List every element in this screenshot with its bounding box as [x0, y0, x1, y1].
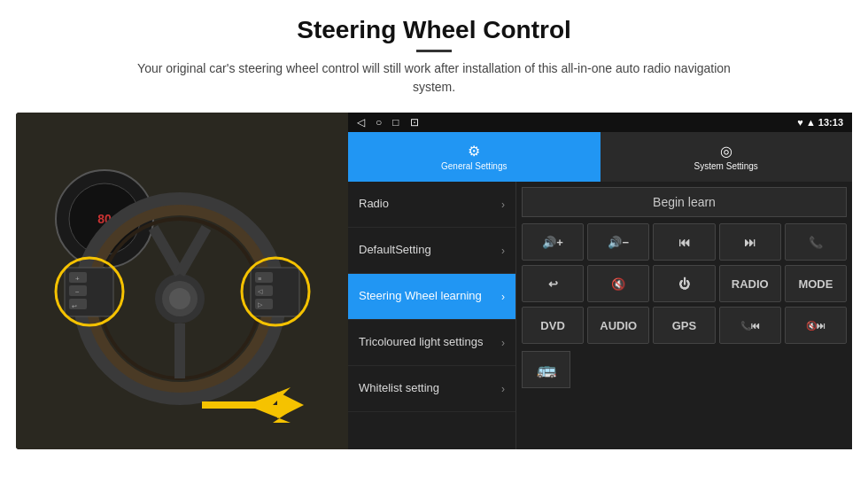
- control-grid-row3: DVD AUDIO GPS 📞⏮ 🔇⏭: [522, 307, 847, 344]
- control-grid-row2: ↩ 🔇 ⏻ RADIO MODE: [522, 265, 847, 302]
- next-icon: ⏭: [744, 236, 756, 249]
- gear-icon: ⚙: [468, 143, 480, 160]
- menu-item-defaultsetting[interactable]: DefaultSetting ›: [348, 228, 515, 274]
- btn-dvd[interactable]: DVD: [522, 307, 584, 344]
- btn-mode[interactable]: MODE: [785, 265, 847, 302]
- audio-label: AUDIO: [600, 319, 637, 332]
- btn-prev-track[interactable]: ⏮: [653, 223, 715, 261]
- status-icons-right: ♥ ▲: [797, 117, 818, 128]
- menu-steering-label: Steering Wheel learning: [359, 289, 482, 304]
- control-grid-row1: 🔊+ 🔊− ⏮ ⏭ 📞: [522, 223, 847, 261]
- settings-tabs: ⚙ General Settings ◎ System Settings: [348, 132, 852, 182]
- last-row: 🚌: [522, 348, 847, 391]
- menu-item-steering-wheel[interactable]: Steering Wheel learning ›: [348, 274, 515, 320]
- back-call-icon: ↩: [548, 277, 558, 291]
- svg-point-9: [169, 288, 190, 309]
- clock: 13:13: [818, 117, 843, 128]
- system-icon: ◎: [720, 143, 732, 160]
- menu-whitelist-label: Whitelist setting: [359, 381, 439, 396]
- svg-text:≡: ≡: [258, 276, 261, 282]
- radio-label: RADIO: [732, 277, 769, 291]
- begin-learn-row: Begin learn: [522, 187, 847, 217]
- nav-icon: 🚌: [537, 360, 556, 379]
- btn-power[interactable]: ⏻: [653, 265, 715, 302]
- gps-label: GPS: [672, 319, 696, 332]
- svg-text:+: +: [75, 275, 80, 283]
- power-icon: ⏻: [678, 277, 690, 291]
- main-content: 80 + − ↩: [16, 113, 852, 449]
- menu-radio-label: Radio: [359, 197, 389, 212]
- chevron-icon-radio: ›: [501, 199, 505, 211]
- tab-general-label: General Settings: [441, 161, 508, 171]
- btn-mute[interactable]: 🔇: [587, 265, 649, 302]
- menu-default-label: DefaultSetting: [359, 243, 431, 258]
- menu-item-radio[interactable]: Radio ›: [348, 182, 515, 228]
- chevron-icon-whitelist: ›: [501, 383, 505, 395]
- btn-vol-up[interactable]: 🔊+: [522, 223, 584, 261]
- svg-text:↩: ↩: [72, 303, 77, 309]
- btn-radio[interactable]: RADIO: [719, 265, 781, 302]
- home-icon[interactable]: ○: [376, 116, 382, 129]
- mode-label: MODE: [798, 277, 833, 291]
- prev-icon: ⏮: [678, 236, 690, 249]
- vol-down-icon: 🔊−: [608, 236, 629, 249]
- menu-item-tricoloured[interactable]: Tricoloured light settings ›: [348, 320, 515, 366]
- android-display: ◁ ○ □ ⊡ ♥ ▲ 13:13 ⚙ General Settings ◎ S…: [348, 113, 852, 449]
- begin-learn-button[interactable]: Begin learn: [522, 187, 847, 217]
- status-bar-time: ♥ ▲ 13:13: [797, 117, 843, 128]
- vol-up-icon: 🔊+: [542, 236, 563, 249]
- screenshot-icon[interactable]: ⊡: [410, 116, 419, 129]
- status-bar-nav-icons: ◁ ○ □ ⊡: [357, 116, 419, 129]
- btn-nav[interactable]: 🚌: [522, 351, 570, 388]
- status-bar: ◁ ○ □ ⊡ ♥ ▲ 13:13: [348, 113, 852, 132]
- back-icon[interactable]: ◁: [357, 116, 365, 129]
- header-subtitle: Your original car's steering wheel contr…: [124, 59, 744, 97]
- vol-prev-icon: 📞⏮: [740, 321, 760, 331]
- right-panel: Begin learn 🔊+ 🔊− ⏮ ⏭: [516, 182, 852, 449]
- dvd-label: DVD: [540, 319, 564, 332]
- tab-system-label: System Settings: [694, 161, 758, 171]
- sw-background: 80 + − ↩: [16, 113, 348, 449]
- mute-icon: 🔇: [611, 277, 625, 291]
- left-menu: Radio › DefaultSetting › Steering Wheel …: [348, 182, 516, 449]
- menu-tricoloured-label: Tricoloured light settings: [359, 335, 483, 350]
- btn-next-track[interactable]: ⏭: [719, 223, 781, 261]
- tab-general-settings[interactable]: ⚙ General Settings: [348, 132, 601, 182]
- btn-call[interactable]: 📞: [785, 223, 847, 261]
- mute-next-icon: 🔇⏭: [806, 321, 825, 331]
- btn-vol-prev-combo[interactable]: 📞⏮: [719, 307, 781, 344]
- btn-audio[interactable]: AUDIO: [587, 307, 649, 344]
- steering-wheel-image: 80 + − ↩: [16, 113, 348, 449]
- svg-text:−: −: [75, 288, 80, 296]
- btn-vol-down[interactable]: 🔊−: [587, 223, 649, 261]
- chevron-icon-default: ›: [501, 245, 505, 257]
- btn-gps[interactable]: GPS: [653, 307, 715, 344]
- tab-system-settings[interactable]: ◎ System Settings: [601, 132, 853, 182]
- btn-mute-next-combo[interactable]: 🔇⏭: [785, 307, 847, 344]
- page-header: Steering Wheel Control Your original car…: [0, 0, 868, 104]
- settings-panel: Radio › DefaultSetting › Steering Wheel …: [348, 182, 852, 449]
- page-title: Steering Wheel Control: [0, 16, 868, 44]
- menu-item-whitelist[interactable]: Whitelist setting ›: [348, 366, 515, 412]
- btn-back-call[interactable]: ↩: [522, 265, 584, 302]
- title-divider: [416, 50, 452, 52]
- call-icon: 📞: [809, 236, 823, 249]
- steering-wheel-svg: 80 + − ↩: [16, 113, 348, 449]
- recents-icon[interactable]: □: [392, 116, 399, 129]
- chevron-icon-steering: ›: [501, 291, 505, 303]
- chevron-icon-tricoloured: ›: [501, 337, 505, 349]
